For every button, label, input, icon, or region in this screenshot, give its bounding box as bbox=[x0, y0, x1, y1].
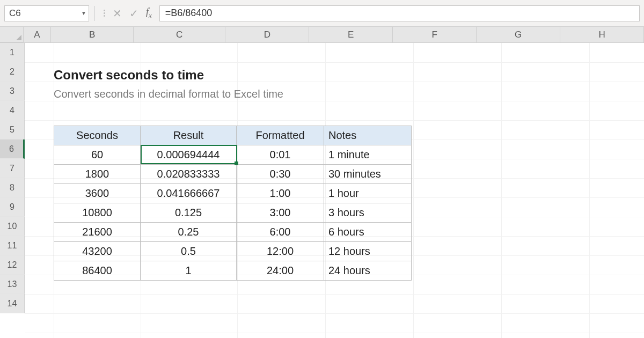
cell-formatted[interactable]: 1:00 bbox=[237, 184, 324, 203]
cell-formatted[interactable]: 12:00 bbox=[237, 242, 324, 261]
name-box-value: C6 bbox=[5, 8, 79, 19]
col-header-A[interactable]: A bbox=[24, 27, 51, 42]
select-all-corner[interactable] bbox=[0, 27, 24, 42]
row-header-6[interactable]: 6 bbox=[0, 139, 25, 159]
cell-result[interactable]: 0.041666667 bbox=[141, 184, 237, 203]
row-header-5[interactable]: 5 bbox=[0, 120, 25, 139]
cell-formatted[interactable]: 24:00 bbox=[237, 261, 324, 281]
row-header-1[interactable]: 1 bbox=[0, 43, 25, 62]
table-header-row: Seconds Result Formatted Notes bbox=[54, 126, 412, 145]
page-title: Convert seconds to time bbox=[54, 68, 204, 83]
col-header-C[interactable]: C bbox=[134, 27, 225, 42]
col-header-D[interactable]: D bbox=[225, 27, 309, 42]
row-header-8[interactable]: 8 bbox=[0, 178, 25, 197]
cell-notes[interactable]: 30 minutes bbox=[324, 165, 412, 184]
divider bbox=[94, 6, 95, 21]
fx-icon[interactable]: fx bbox=[146, 6, 152, 20]
cell-notes[interactable]: 24 hours bbox=[324, 261, 412, 281]
cell-notes[interactable]: 1 minute bbox=[324, 145, 412, 165]
cell-seconds[interactable]: 86400 bbox=[54, 261, 141, 281]
formula-text: =B6/86400 bbox=[165, 8, 213, 19]
name-box[interactable]: C6 ▼ bbox=[4, 5, 89, 21]
table-row: 108000.1253:003 hours bbox=[54, 203, 412, 223]
cell-seconds[interactable]: 3600 bbox=[54, 184, 141, 203]
cell-result[interactable]: 1 bbox=[141, 261, 237, 281]
th-seconds[interactable]: Seconds bbox=[54, 126, 141, 145]
cell-result[interactable]: 0.25 bbox=[141, 223, 237, 242]
col-header-H[interactable]: H bbox=[560, 27, 644, 42]
name-box-dropdown-icon[interactable]: ▼ bbox=[79, 6, 89, 21]
cell-formatted[interactable]: 0:30 bbox=[237, 165, 324, 184]
cell-notes[interactable]: 3 hours bbox=[324, 203, 412, 223]
cell-seconds[interactable]: 60 bbox=[54, 145, 141, 165]
column-header-row: A B C D E F G H bbox=[0, 27, 644, 43]
table-row: 432000.512:0012 hours bbox=[54, 242, 412, 261]
table-row: 36000.0416666671:001 hour bbox=[54, 184, 412, 203]
enter-icon[interactable]: ✓ bbox=[129, 6, 138, 21]
row-header-11[interactable]: 11 bbox=[0, 236, 25, 255]
cell-result[interactable]: 0.125 bbox=[141, 203, 237, 223]
row-header-4[interactable]: 4 bbox=[0, 101, 25, 120]
cell-notes[interactable]: 6 hours bbox=[324, 223, 412, 242]
table-row: 216000.256:006 hours bbox=[54, 223, 412, 242]
row-header-7[interactable]: 7 bbox=[0, 159, 25, 178]
row-header-9[interactable]: 9 bbox=[0, 197, 25, 217]
cell-result[interactable]: 0.5 bbox=[141, 242, 237, 261]
row-header-12[interactable]: 12 bbox=[0, 255, 25, 275]
spreadsheet: A B C D E F G H 1234567891011121314 Conv… bbox=[0, 27, 644, 338]
row-header-13[interactable]: 13 bbox=[0, 275, 25, 294]
cancel-icon[interactable]: ✕ bbox=[113, 6, 122, 21]
drag-handle-icon[interactable] bbox=[104, 10, 105, 17]
cell-seconds[interactable]: 1800 bbox=[54, 165, 141, 184]
cell-result[interactable]: 0.000694444 bbox=[141, 145, 237, 165]
cell-notes[interactable]: 12 hours bbox=[324, 242, 412, 261]
cell-formatted[interactable]: 3:00 bbox=[237, 203, 324, 223]
row-header-14[interactable]: 14 bbox=[0, 294, 25, 313]
th-formatted[interactable]: Formatted bbox=[237, 126, 324, 145]
table-row: 18000.0208333330:3030 minutes bbox=[54, 165, 412, 184]
cell-formatted[interactable]: 0:01 bbox=[237, 145, 324, 165]
cell-seconds[interactable]: 10800 bbox=[54, 203, 141, 223]
formula-controls: ✕ ✓ fx bbox=[100, 6, 155, 21]
th-result[interactable]: Result bbox=[141, 126, 237, 145]
col-header-B[interactable]: B bbox=[51, 27, 134, 42]
page-subtitle: Convert seconds in decimal format to Exc… bbox=[54, 88, 283, 100]
th-notes[interactable]: Notes bbox=[324, 126, 412, 145]
cell-seconds[interactable]: 43200 bbox=[54, 242, 141, 261]
cells-area[interactable]: Convert seconds to time Convert seconds … bbox=[25, 43, 644, 338]
formula-input[interactable]: =B6/86400 bbox=[159, 5, 640, 21]
data-table: Seconds Result Formatted Notes 600.00069… bbox=[54, 126, 412, 281]
cell-result[interactable]: 0.020833333 bbox=[141, 165, 237, 184]
row-header-col: 1234567891011121314 bbox=[0, 43, 25, 338]
cell-formatted[interactable]: 6:00 bbox=[237, 223, 324, 242]
col-header-F[interactable]: F bbox=[393, 27, 477, 42]
cell-notes[interactable]: 1 hour bbox=[324, 184, 412, 203]
row-header-10[interactable]: 10 bbox=[0, 217, 25, 236]
col-header-E[interactable]: E bbox=[309, 27, 393, 42]
table-row: 600.0006944440:011 minute bbox=[54, 145, 412, 165]
cell-seconds[interactable]: 21600 bbox=[54, 223, 141, 242]
formula-bar: C6 ▼ ✕ ✓ fx =B6/86400 bbox=[0, 0, 644, 27]
row-header-3[interactable]: 3 bbox=[0, 82, 25, 101]
row-header-2[interactable]: 2 bbox=[0, 62, 25, 82]
col-header-G[interactable]: G bbox=[477, 27, 560, 42]
table-row: 86400124:0024 hours bbox=[54, 261, 412, 281]
